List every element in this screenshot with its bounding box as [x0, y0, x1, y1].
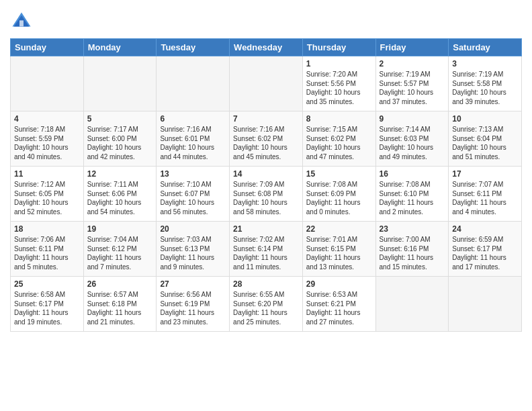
calendar-cell [230, 56, 303, 111]
calendar-cell: 27Sunrise: 6:56 AM Sunset: 6:19 PM Dayli… [157, 277, 230, 332]
calendar-cell: 14Sunrise: 7:09 AM Sunset: 6:08 PM Dayli… [230, 167, 303, 222]
calendar-cell: 8Sunrise: 7:15 AM Sunset: 6:02 PM Daylig… [302, 111, 375, 167]
calendar-cell [375, 277, 449, 332]
day-number: 7 [233, 114, 299, 124]
calendar-cell: 22Sunrise: 7:01 AM Sunset: 6:15 PM Dayli… [302, 222, 375, 277]
weekday-header-tuesday: Tuesday [157, 39, 230, 56]
day-number: 4 [14, 114, 80, 124]
day-number: 29 [306, 279, 372, 289]
weekday-header-thursday: Thursday [302, 39, 375, 56]
week-row-3: 18Sunrise: 7:06 AM Sunset: 6:11 PM Dayli… [11, 222, 522, 277]
day-number: 5 [87, 114, 153, 124]
day-number: 9 [380, 114, 445, 124]
weekday-header-monday: Monday [83, 39, 157, 56]
calendar-cell [83, 56, 157, 111]
calendar-cell: 3Sunrise: 7:19 AM Sunset: 5:58 PM Daylig… [449, 56, 522, 111]
calendar-cell: 15Sunrise: 7:08 AM Sunset: 6:09 PM Dayli… [302, 167, 375, 222]
day-info: Sunrise: 7:20 AM Sunset: 5:56 PM Dayligh… [306, 70, 372, 106]
day-number: 23 [380, 224, 445, 234]
day-info: Sunrise: 7:06 AM Sunset: 6:11 PM Dayligh… [14, 235, 80, 271]
calendar-cell: 11Sunrise: 7:12 AM Sunset: 6:05 PM Dayli… [11, 167, 84, 222]
page-container: SundayMondayTuesdayWednesdayThursdayFrid… [0, 0, 532, 335]
day-number: 21 [233, 224, 299, 234]
day-number: 11 [14, 169, 80, 179]
weekday-header-saturday: Saturday [449, 39, 522, 56]
day-number: 14 [233, 169, 299, 179]
calendar-cell: 19Sunrise: 7:04 AM Sunset: 6:12 PM Dayli… [83, 222, 157, 277]
week-row-4: 25Sunrise: 6:58 AM Sunset: 6:17 PM Dayli… [11, 277, 522, 332]
calendar-body: 1Sunrise: 7:20 AM Sunset: 5:56 PM Daylig… [11, 56, 522, 332]
day-number: 18 [14, 224, 80, 234]
weekday-header-sunday: Sunday [11, 39, 84, 56]
week-row-1: 4Sunrise: 7:18 AM Sunset: 5:59 PM Daylig… [11, 111, 522, 167]
day-info: Sunrise: 6:53 AM Sunset: 6:21 PM Dayligh… [306, 290, 372, 326]
day-number: 2 [380, 59, 445, 68]
svg-rect-2 [19, 20, 24, 26]
calendar-cell: 24Sunrise: 6:59 AM Sunset: 6:17 PM Dayli… [449, 222, 522, 277]
logo-icon [11, 10, 32, 30]
day-info: Sunrise: 7:13 AM Sunset: 6:04 PM Dayligh… [452, 125, 518, 161]
calendar-cell: 6Sunrise: 7:16 AM Sunset: 6:01 PM Daylig… [157, 111, 230, 167]
day-info: Sunrise: 6:59 AM Sunset: 6:17 PM Dayligh… [452, 235, 518, 271]
day-info: Sunrise: 7:16 AM Sunset: 6:01 PM Dayligh… [160, 125, 226, 161]
calendar-cell: 29Sunrise: 6:53 AM Sunset: 6:21 PM Dayli… [302, 277, 375, 332]
day-number: 22 [306, 224, 372, 234]
day-info: Sunrise: 7:00 AM Sunset: 6:16 PM Dayligh… [380, 235, 445, 271]
calendar-cell: 28Sunrise: 6:55 AM Sunset: 6:20 PM Dayli… [230, 277, 303, 332]
calendar-cell: 23Sunrise: 7:00 AM Sunset: 6:16 PM Dayli… [375, 222, 449, 277]
day-info: Sunrise: 7:16 AM Sunset: 6:02 PM Dayligh… [233, 125, 299, 161]
calendar-cell: 21Sunrise: 7:02 AM Sunset: 6:14 PM Dayli… [230, 222, 303, 277]
calendar-cell: 7Sunrise: 7:16 AM Sunset: 6:02 PM Daylig… [230, 111, 303, 167]
day-info: Sunrise: 6:57 AM Sunset: 6:18 PM Dayligh… [87, 290, 153, 326]
day-number: 26 [87, 279, 153, 289]
day-info: Sunrise: 7:19 AM Sunset: 5:57 PM Dayligh… [380, 70, 445, 106]
day-info: Sunrise: 7:12 AM Sunset: 6:05 PM Dayligh… [14, 180, 80, 216]
day-number: 12 [87, 169, 153, 179]
weekday-header-wednesday: Wednesday [230, 39, 303, 56]
weekday-header-row: SundayMondayTuesdayWednesdayThursdayFrid… [11, 39, 522, 56]
calendar-cell: 1Sunrise: 7:20 AM Sunset: 5:56 PM Daylig… [302, 56, 375, 111]
calendar-cell: 10Sunrise: 7:13 AM Sunset: 6:04 PM Dayli… [449, 111, 522, 167]
calendar-cell: 5Sunrise: 7:17 AM Sunset: 6:00 PM Daylig… [83, 111, 157, 167]
calendar-cell: 20Sunrise: 7:03 AM Sunset: 6:13 PM Dayli… [157, 222, 230, 277]
calendar-cell: 2Sunrise: 7:19 AM Sunset: 5:57 PM Daylig… [375, 56, 449, 111]
calendar-cell [11, 56, 84, 111]
day-number: 16 [380, 169, 445, 179]
calendar-cell [449, 277, 522, 332]
day-info: Sunrise: 7:19 AM Sunset: 5:58 PM Dayligh… [452, 70, 518, 106]
day-number: 27 [160, 279, 226, 289]
day-number: 19 [87, 224, 153, 234]
day-number: 13 [160, 169, 226, 179]
day-number: 24 [452, 224, 518, 234]
calendar-cell: 17Sunrise: 7:07 AM Sunset: 6:11 PM Dayli… [449, 167, 522, 222]
calendar-cell: 4Sunrise: 7:18 AM Sunset: 5:59 PM Daylig… [11, 111, 84, 167]
day-info: Sunrise: 7:07 AM Sunset: 6:11 PM Dayligh… [452, 180, 518, 216]
calendar-cell: 18Sunrise: 7:06 AM Sunset: 6:11 PM Dayli… [11, 222, 84, 277]
calendar-cell: 12Sunrise: 7:11 AM Sunset: 6:06 PM Dayli… [83, 167, 157, 222]
day-number: 25 [14, 279, 80, 289]
calendar-cell [157, 56, 230, 111]
calendar-cell: 26Sunrise: 6:57 AM Sunset: 6:18 PM Dayli… [83, 277, 157, 332]
day-number: 28 [233, 279, 299, 289]
day-info: Sunrise: 7:08 AM Sunset: 6:09 PM Dayligh… [306, 180, 372, 216]
day-number: 8 [306, 114, 372, 124]
day-number: 15 [306, 169, 372, 179]
day-info: Sunrise: 7:04 AM Sunset: 6:12 PM Dayligh… [87, 235, 153, 271]
logo [10, 10, 32, 33]
calendar-cell: 13Sunrise: 7:10 AM Sunset: 6:07 PM Dayli… [157, 167, 230, 222]
day-info: Sunrise: 7:01 AM Sunset: 6:15 PM Dayligh… [306, 235, 372, 271]
calendar-table: SundayMondayTuesdayWednesdayThursdayFrid… [10, 38, 522, 332]
day-number: 1 [306, 59, 372, 68]
calendar-cell: 25Sunrise: 6:58 AM Sunset: 6:17 PM Dayli… [11, 277, 84, 332]
day-info: Sunrise: 7:10 AM Sunset: 6:07 PM Dayligh… [160, 180, 226, 216]
day-info: Sunrise: 6:56 AM Sunset: 6:19 PM Dayligh… [160, 290, 226, 326]
calendar-cell: 9Sunrise: 7:14 AM Sunset: 6:03 PM Daylig… [375, 111, 449, 167]
day-number: 17 [452, 169, 518, 179]
day-number: 20 [160, 224, 226, 234]
header [10, 7, 522, 33]
week-row-0: 1Sunrise: 7:20 AM Sunset: 5:56 PM Daylig… [11, 56, 522, 111]
day-info: Sunrise: 6:55 AM Sunset: 6:20 PM Dayligh… [233, 290, 299, 326]
day-info: Sunrise: 6:58 AM Sunset: 6:17 PM Dayligh… [14, 290, 80, 326]
day-number: 3 [452, 59, 518, 68]
day-info: Sunrise: 7:11 AM Sunset: 6:06 PM Dayligh… [87, 180, 153, 216]
